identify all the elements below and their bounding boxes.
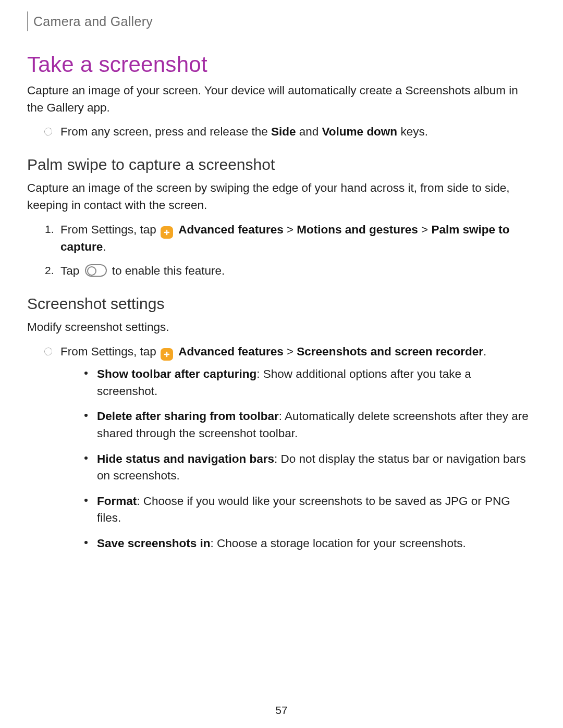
- intro-paragraph: Capture an image of your screen. Your de…: [27, 82, 532, 116]
- settings-options: Show toolbar after capturing: Show addit…: [81, 366, 532, 552]
- howto-suffix: keys.: [397, 125, 428, 138]
- settings-option: Save screenshots in: Choose a storage lo…: [81, 535, 532, 552]
- settings-lead-suffix: .: [483, 345, 486, 358]
- palm-intro: Capture an image of the screen by swipin…: [27, 180, 532, 214]
- howto-prefix: From any screen, press and release the: [60, 125, 271, 138]
- settings-lead-b1: Advanced features: [178, 345, 283, 358]
- advanced-features-icon: [161, 226, 173, 239]
- settings-option: Hide status and navigation bars: Do not …: [81, 451, 532, 485]
- settings-heading: Screenshot settings: [27, 292, 532, 315]
- settings-intro: Modify screenshot settings.: [27, 319, 532, 336]
- opt-label: Save screenshots in: [97, 537, 211, 550]
- breadcrumb-rule: [27, 11, 28, 31]
- opt-desc: : Choose a storage location for your scr…: [211, 537, 466, 550]
- opt-label: Format: [97, 495, 137, 508]
- breadcrumb-block: Camera and Gallery: [27, 11, 532, 31]
- page-number: 57: [0, 704, 563, 717]
- settings-lead-item: From Settings, tap Advanced features > S…: [27, 343, 532, 552]
- howto-key-side: Side: [271, 125, 296, 138]
- settings-lead-list: From Settings, tap Advanced features > S…: [27, 343, 532, 552]
- settings-option: Delete after sharing from toolbar: Autom…: [81, 408, 532, 442]
- opt-desc: : Choose if you would like your screensh…: [97, 495, 510, 525]
- palm-step-1: From Settings, tap Advanced features > M…: [27, 221, 532, 256]
- opt-label: Show toolbar after capturing: [97, 367, 256, 380]
- palm-step1-suffix: .: [103, 240, 106, 253]
- breadcrumb: Camera and Gallery: [33, 14, 153, 29]
- palm-step1-prefix: From Settings, tap: [60, 223, 160, 236]
- settings-option: Show toolbar after capturing: Show addit…: [81, 366, 532, 400]
- palm-step-2: Tap to enable this feature.: [27, 263, 532, 280]
- palm-heading: Palm swipe to capture a screenshot: [27, 153, 532, 176]
- advanced-features-icon: [161, 348, 173, 361]
- page-title: Take a screenshot: [27, 52, 532, 77]
- howto-mid: and: [296, 125, 322, 138]
- page: Camera and Gallery Take a screenshot Cap…: [0, 0, 563, 728]
- palm-step1-b2: Motions and gestures: [297, 223, 418, 236]
- settings-lead-sep: >: [284, 345, 297, 358]
- palm-steps: From Settings, tap Advanced features > M…: [27, 221, 532, 280]
- palm-step2-suffix: to enable this feature.: [112, 264, 225, 277]
- palm-step1-sep2: >: [418, 223, 432, 236]
- settings-lead-b2: Screenshots and screen recorder: [297, 345, 483, 358]
- howto-key-voldown: Volume down: [322, 125, 398, 138]
- palm-step1-b1: Advanced features: [178, 223, 283, 236]
- howto-item: From any screen, press and release the S…: [27, 124, 532, 141]
- howto-list: From any screen, press and release the S…: [27, 124, 532, 141]
- settings-option: Format: Choose if you would like your sc…: [81, 493, 532, 527]
- palm-step1-sep1: >: [284, 223, 297, 236]
- palm-step2-prefix: Tap: [60, 264, 83, 277]
- body: Capture an image of your screen. Your de…: [27, 82, 532, 552]
- toggle-icon: [85, 264, 107, 277]
- opt-label: Hide status and navigation bars: [97, 452, 274, 465]
- opt-label: Delete after sharing from toolbar: [97, 410, 279, 423]
- settings-lead-prefix: From Settings, tap: [60, 345, 160, 358]
